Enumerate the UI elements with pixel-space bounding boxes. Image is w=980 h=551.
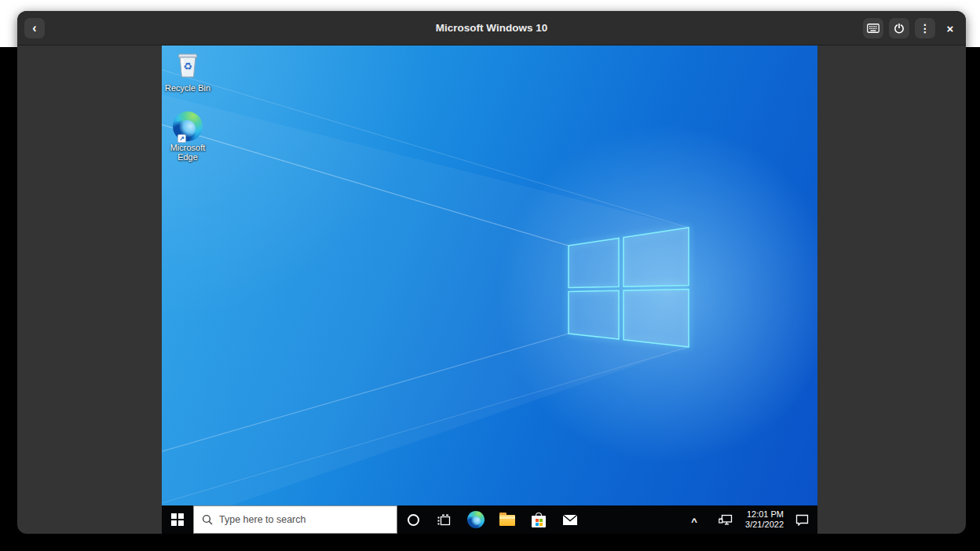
wallpaper-light-rays — [162, 46, 817, 505]
tray-date: 3/21/2022 — [745, 520, 784, 530]
boxes-vm-window: ‹ Microsoft Windows 10 — [17, 11, 966, 534]
desktop-icon-label: Microsoft Edge — [163, 143, 213, 162]
windows-taskbar: ^ 12:01 PM 3/21/2022 — [162, 505, 817, 534]
desktop-icon-label: Recycle Bin — [163, 83, 213, 93]
svg-text:♻: ♻ — [183, 60, 192, 72]
clock-tray[interactable]: 12:01 PM 3/21/2022 — [741, 505, 787, 534]
power-button[interactable] — [889, 18, 909, 38]
close-window-button[interactable]: × — [941, 18, 960, 38]
edge-icon: ↗ — [173, 111, 203, 141]
network-ethernet-icon — [719, 513, 733, 526]
chevron-up-icon: ^ — [691, 516, 697, 527]
task-view-button[interactable] — [429, 505, 460, 534]
vm-screen[interactable]: ♻ Recycle Bin ↗ Microsoft Edge — [162, 46, 817, 534]
system-tray: ^ 12:01 PM 3/21/2022 — [678, 505, 817, 534]
menu-button[interactable]: ⋮ — [915, 18, 935, 38]
keyboard-shortcuts-button[interactable] — [863, 18, 883, 38]
tray-overflow-button[interactable]: ^ — [678, 505, 710, 534]
mail-envelope-icon — [562, 514, 578, 526]
power-icon — [893, 22, 905, 35]
chevron-left-icon: ‹ — [32, 21, 36, 35]
windows-logo-icon — [171, 513, 184, 526]
cortana-circle-icon — [408, 514, 419, 526]
shortcut-arrow-icon: ↗ — [177, 134, 186, 143]
start-button[interactable] — [162, 505, 193, 534]
store-bag-icon — [532, 513, 546, 527]
edge-taskbar-button[interactable] — [460, 505, 492, 534]
folder-icon — [499, 515, 515, 527]
search-input[interactable] — [219, 514, 397, 525]
cortana-button[interactable] — [397, 505, 429, 534]
tray-time: 12:01 PM — [747, 509, 784, 520]
windows-desktop[interactable]: ♻ Recycle Bin ↗ Microsoft Edge — [162, 46, 817, 505]
headerbar: ‹ Microsoft Windows 10 — [17, 11, 966, 46]
file-explorer-button[interactable] — [492, 505, 523, 534]
taskbar-search[interactable] — [193, 505, 397, 534]
search-icon — [202, 514, 213, 525]
recycle-bin-icon: ♻ — [174, 49, 202, 78]
microsoft-store-button[interactable] — [523, 505, 554, 534]
vertical-ellipsis-icon: ⋮ — [920, 23, 931, 34]
headerbar-actions: ⋮ × — [863, 18, 960, 38]
desktop-icon-recycle-bin[interactable]: ♻ Recycle Bin — [163, 49, 213, 93]
desktop-icon-microsoft-edge[interactable]: ↗ Microsoft Edge — [163, 111, 213, 162]
back-button[interactable]: ‹ — [24, 18, 45, 38]
action-center-button[interactable] — [787, 505, 817, 534]
close-icon: × — [947, 22, 954, 35]
task-view-icon — [437, 514, 452, 526]
edge-icon — [467, 511, 485, 528]
action-center-icon — [795, 514, 809, 526]
mail-button[interactable] — [554, 505, 586, 534]
network-tray-button[interactable] — [710, 505, 741, 534]
window-title: Microsoft Windows 10 — [17, 22, 966, 34]
keyboard-icon — [867, 24, 879, 33]
